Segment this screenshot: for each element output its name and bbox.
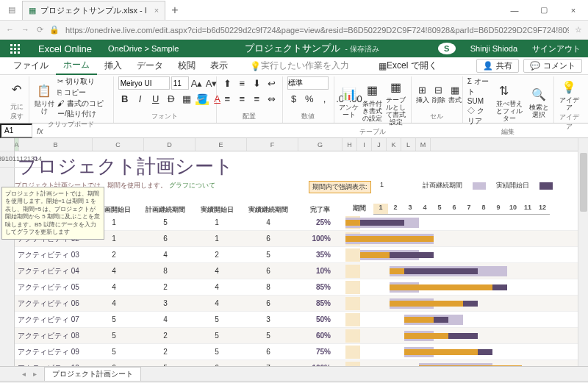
- align-center-icon[interactable]: ≡: [235, 92, 248, 105]
- lock-icon: 🔒: [49, 25, 60, 35]
- autosum-button[interactable]: Σ オート SUM: [467, 76, 490, 105]
- align-top-icon[interactable]: ⬆: [220, 76, 234, 90]
- sheet-nav-next[interactable]: ▸: [33, 370, 37, 378]
- font-size-input[interactable]: [171, 76, 189, 90]
- table-row[interactable]: アクティビティ 10 65 67 100%: [15, 360, 588, 366]
- undo-button[interactable]: ↶: [9, 79, 24, 99]
- row-headers[interactable]: 1234567891011121314: [0, 138, 15, 366]
- browser-titlebar: ▤ ▦ プロジェクトサンプル.xlsx - I × + — ▢ ×: [0, 0, 588, 21]
- table-row[interactable]: アクティビティ 06 43 46 85%: [15, 296, 588, 312]
- editing-group-label: 編集: [467, 126, 549, 138]
- highlight-value[interactable]: 1: [371, 181, 393, 188]
- close-window-button[interactable]: ×: [559, 0, 588, 21]
- number-format-select[interactable]: [287, 76, 329, 90]
- tab-home[interactable]: ホーム: [56, 57, 97, 75]
- close-tab-icon[interactable]: ×: [154, 6, 159, 15]
- border-button[interactable]: ▦: [180, 92, 193, 105]
- currency-icon[interactable]: $: [287, 92, 301, 105]
- italic-button[interactable]: I: [134, 92, 147, 105]
- font-group-label: フォント: [118, 111, 212, 123]
- clear-button[interactable]: ◇ クリア: [467, 106, 490, 126]
- cond-format-button[interactable]: ▦: [362, 80, 383, 101]
- insert-cells-button[interactable]: ⊞: [416, 84, 429, 97]
- format-painter-button[interactable]: 🖌 書式のコピー/貼り付け: [57, 99, 109, 119]
- format-as-table-button[interactable]: ▦: [386, 76, 406, 97]
- ideas-button[interactable]: 💡: [559, 76, 579, 97]
- skype-icon[interactable]: S: [438, 43, 456, 54]
- legend-plan: 計画継続期間: [423, 181, 462, 190]
- open-in-excel[interactable]: ▦ Excel で開く: [371, 57, 445, 75]
- highlight-label: 期間内で強調表示:: [309, 181, 371, 193]
- app-header: Excel Online OneDrive > Sample プロジェクトサンプ…: [0, 40, 588, 57]
- fx-icon[interactable]: fx: [32, 126, 48, 135]
- comment-button[interactable]: 💬 コメント: [523, 59, 582, 73]
- tab-view[interactable]: 表示: [203, 57, 235, 75]
- table-row[interactable]: アクティビティ 09 52 56 75%: [15, 344, 588, 360]
- ideas-group-label: アイデア: [559, 112, 579, 133]
- strike-button[interactable]: D: [165, 92, 178, 105]
- percent-icon[interactable]: %: [303, 92, 316, 105]
- column-headers[interactable]: ABCDEFGHIJKLM: [15, 138, 588, 151]
- name-box[interactable]: [0, 124, 32, 138]
- find-select-button[interactable]: 🔍: [528, 84, 549, 104]
- table-row[interactable]: アクティビティ 08 52 55 60%: [15, 328, 588, 344]
- fill-color-button[interactable]: 🪣: [196, 92, 209, 105]
- paste-button[interactable]: 📋: [34, 80, 54, 101]
- user-name[interactable]: Shinji Shioda: [463, 44, 525, 53]
- tab-insert[interactable]: 挿入: [97, 57, 129, 75]
- align-group-label: 配置: [221, 111, 278, 123]
- plan-swatch: [473, 182, 486, 190]
- tab-title: プロジェクトサンプル.xlsx - I: [40, 5, 147, 16]
- align-left-icon[interactable]: ≡: [220, 92, 234, 105]
- table-row[interactable]: アクティビティ 03 24 25 35%: [15, 247, 588, 263]
- sheet-nav-prev[interactable]: ◂: [22, 370, 26, 378]
- table-row[interactable]: アクティビティ 07 54 53 50%: [15, 312, 588, 328]
- url-field[interactable]: https://onedrive.live.com/edit.aspx?cid=…: [65, 26, 569, 35]
- bold-button[interactable]: B: [118, 92, 132, 105]
- sort-filter-button[interactable]: ⇅: [493, 80, 514, 101]
- sheet-tab[interactable]: プロジェクト計画シート: [44, 367, 141, 381]
- minimize-button[interactable]: —: [500, 0, 529, 21]
- comma-icon[interactable]: ,: [318, 92, 331, 105]
- table-row[interactable]: アクティビティ 05 42 48 85%: [15, 279, 588, 296]
- format-cells-button[interactable]: ▦: [448, 84, 462, 97]
- delete-cells-button[interactable]: ⊟: [432, 84, 445, 97]
- window-menu-icon[interactable]: ▤: [4, 3, 19, 18]
- browser-tab[interactable]: ▦ プロジェクトサンプル.xlsx - I ×: [22, 1, 165, 20]
- ribbon-tabs: ファイル ホーム 挿入 データ 校閲 表示 💡 実行したい作業を入力 ▦ Exc…: [0, 57, 588, 75]
- vertical-scrollbar[interactable]: [578, 138, 588, 366]
- actual-swatch: [539, 182, 553, 190]
- sheet-title: プロジェクト計画シート: [18, 154, 234, 179]
- maximize-button[interactable]: ▢: [529, 0, 559, 21]
- align-middle-icon[interactable]: ≡: [235, 76, 248, 90]
- app-launcher[interactable]: [0, 44, 29, 54]
- forward-button[interactable]: →: [21, 25, 29, 35]
- copy-button[interactable]: ⎘ コピー: [57, 87, 109, 98]
- table-row[interactable]: アクティビティ 04 48 46 10%: [15, 263, 588, 279]
- new-tab-button[interactable]: +: [165, 4, 184, 17]
- grow-font-icon[interactable]: A▴: [190, 76, 204, 90]
- tab-review[interactable]: 校閲: [171, 57, 203, 75]
- font-name-input[interactable]: [118, 76, 170, 90]
- survey-button[interactable]: 📊: [339, 84, 359, 104]
- align-right-icon[interactable]: ≡: [250, 92, 263, 105]
- address-bar: ← → ⟳ 🔒 https://onedrive.live.com/edit.a…: [0, 21, 588, 40]
- merge-cells-icon[interactable]: ⇔: [265, 92, 278, 105]
- cut-button[interactable]: ✂ 切り取り: [57, 76, 109, 87]
- number-group-label: 数値: [287, 111, 329, 123]
- refresh-button[interactable]: ⟳: [37, 25, 43, 35]
- back-button[interactable]: ←: [6, 25, 14, 35]
- tab-file[interactable]: ファイル: [6, 57, 56, 75]
- share-button[interactable]: 👤 共有: [476, 59, 519, 73]
- worksheet[interactable]: 1234567891011121314 ABCDEFGHIJKLM プロジェクト…: [0, 138, 588, 366]
- tab-data[interactable]: データ: [129, 57, 171, 75]
- align-bottom-icon[interactable]: ⬇: [250, 76, 263, 90]
- sheet-tab-strip: ◂ ▸ プロジェクト計画シート: [0, 366, 588, 381]
- favorite-icon[interactable]: ☆: [575, 25, 582, 35]
- signout-link[interactable]: サインアウト: [525, 43, 588, 54]
- underline-button[interactable]: U: [149, 92, 162, 105]
- tell-me-input[interactable]: 💡 実行したい作業を入力: [243, 57, 356, 75]
- wrap-text-icon[interactable]: ↩: [265, 76, 278, 90]
- brand-label[interactable]: Excel Online: [29, 43, 101, 54]
- breadcrumb[interactable]: OneDrive > Sample: [101, 44, 186, 53]
